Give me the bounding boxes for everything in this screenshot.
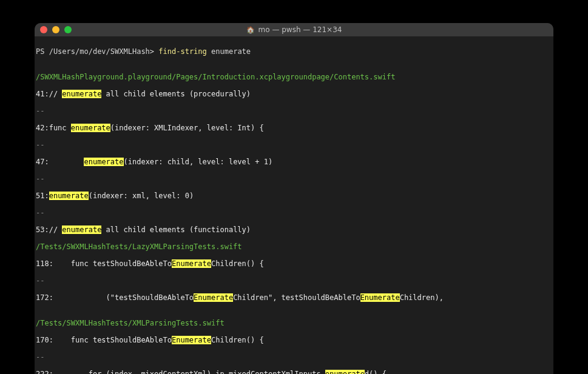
line-suffix: Children() { <box>211 336 264 344</box>
line-prefix: 51: <box>36 192 49 200</box>
traffic-lights <box>40 26 72 33</box>
match-highlight: Enumerate <box>172 336 211 344</box>
separator: -- <box>36 276 552 285</box>
line-suffix: (indexer: XMLIndexer, level: Int) { <box>110 124 264 132</box>
separator: -- <box>36 353 552 361</box>
result-line: 172: ("testShouldBeAbleToEnumerateChildr… <box>36 293 552 302</box>
line-prefix: 53:// <box>36 225 62 234</box>
line-prefix: 172: ("testShouldBeAbleTo <box>36 293 194 302</box>
line-prefix: 47: <box>36 158 84 166</box>
titlebar[interactable]: 🏠 mo — pwsh — 121×34 <box>35 23 553 36</box>
file-path: /SWXMLHashPlayground.playground/Pages/In… <box>36 73 552 81</box>
line-suffix: Children), <box>400 293 444 302</box>
match-highlight: Enumerate <box>360 293 400 302</box>
terminal-body[interactable]: PS /Users/mo/dev/SWXMLHash> find-string … <box>35 36 553 374</box>
result-line: 222: for (index, mixedContentXml) in mix… <box>36 370 552 374</box>
match-highlight: enumerate <box>71 124 110 132</box>
line-suffix: (indexer: child, level: level + 1) <box>124 158 273 166</box>
prompt-text: PS /Users/mo/dev/SWXMLHash> <box>36 47 154 56</box>
line-prefix: 170: func testShouldBeAbleTo <box>36 336 172 344</box>
line-prefix: 42:func <box>36 124 71 132</box>
match-highlight: enumerate <box>49 192 89 200</box>
match-highlight: enumerate <box>325 370 365 374</box>
match-highlight: enumerate <box>62 225 101 234</box>
result-line: 41:// enumerate all child elements (proc… <box>36 90 552 98</box>
window-title: mo — pwsh — 121×34 <box>259 25 342 34</box>
close-button[interactable] <box>40 26 47 33</box>
separator: -- <box>36 209 552 217</box>
file-path: /Tests/SWXMLHashTests/LazyXMLParsingTest… <box>36 242 552 251</box>
result-line: 47: enumerate(indexer: child, level: lev… <box>36 158 552 166</box>
line-prefix: 222: for (index, mixedContentXml) in mix… <box>36 370 325 374</box>
file-path: /Tests/SWXMLHashTests/XMLParsingTests.sw… <box>36 319 552 327</box>
line-prefix: 41:// <box>36 90 62 98</box>
line-suffix: all child elements (functionally) <box>101 225 251 234</box>
terminal-window: 🏠 mo — pwsh — 121×34 PS /Users/mo/dev/SW… <box>35 23 553 374</box>
result-line: 42:func enumerate(indexer: XMLIndexer, l… <box>36 124 552 132</box>
separator: -- <box>36 107 552 115</box>
match-highlight: enumerate <box>62 90 101 98</box>
separator: -- <box>36 175 552 183</box>
minimize-button[interactable] <box>52 26 59 33</box>
maximize-button[interactable] <box>64 26 72 33</box>
line-mid: Children", testShouldBeAbleTo <box>233 293 360 302</box>
command-arg: enumerate <box>211 47 251 56</box>
result-line: 53:// enumerate all child elements (func… <box>36 225 552 234</box>
command-text: find-string <box>158 47 206 56</box>
match-highlight: enumerate <box>84 158 123 166</box>
prompt-line: PS /Users/mo/dev/SWXMLHash> find-string … <box>36 47 552 56</box>
line-prefix: 118: func testShouldBeAbleTo <box>36 259 172 268</box>
separator: -- <box>36 141 552 149</box>
result-line: 51:enumerate(indexer: xml, level: 0) <box>36 192 552 200</box>
result-line: 118: func testShouldBeAbleToEnumerateChi… <box>36 259 552 268</box>
result-line: 170: func testShouldBeAbleToEnumerateChi… <box>36 336 552 344</box>
home-icon: 🏠 <box>246 26 255 34</box>
line-suffix: all child elements (procedurally) <box>101 90 251 98</box>
line-suffix: d() { <box>365 370 387 374</box>
match-highlight: Enumerate <box>172 259 211 268</box>
line-suffix: (indexer: xml, level: 0) <box>89 192 194 200</box>
match-highlight: Enumerate <box>194 293 233 302</box>
window-title-wrap: 🏠 mo — pwsh — 121×34 <box>35 25 553 34</box>
line-suffix: Children() { <box>211 259 264 268</box>
